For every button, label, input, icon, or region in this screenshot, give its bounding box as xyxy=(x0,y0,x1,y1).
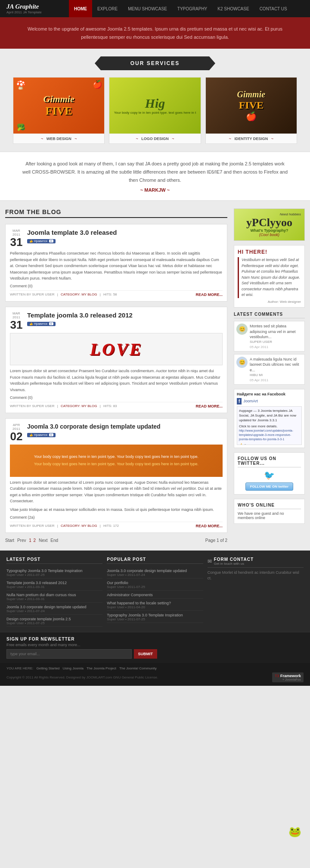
post3-title[interactable]: Joomla 3.0 corporate design template upd… xyxy=(27,423,223,430)
sidebar-typo-book: (Coo! book) xyxy=(238,233,301,237)
hi-there-title: HI THERE! xyxy=(238,249,301,255)
pagination-page1[interactable]: 1 xyxy=(29,538,31,543)
pagination-prev[interactable]: Prev xyxy=(17,538,26,543)
nav-typography[interactable]: TYPOGRAPHY xyxy=(172,0,212,17)
pagination-end[interactable]: End xyxy=(50,538,58,543)
latest-post-item-4[interactable]: Joomla 3.0 corporate design template upd… xyxy=(6,603,102,615)
site-header: JA Graphite April 2011 JA Template HOME … xyxy=(0,0,310,17)
fb-like-3[interactable]: 👍 Нравится 0 xyxy=(27,433,56,437)
sidebar-facebook-widget: Найдите нас на Facebook f JoomArt #uppag… xyxy=(234,389,305,448)
comment2-avatar: 😊 xyxy=(236,357,248,368)
nav-home[interactable]: HOME xyxy=(69,0,92,17)
post1-comment[interactable]: Comment (0) xyxy=(10,284,223,288)
post3-comment[interactable]: Comment (2a) xyxy=(10,515,223,520)
popular-post-item-4[interactable]: What happened to the locale setting? Sup… xyxy=(107,599,203,611)
latest-post-5-meta: Super User • 2011-07-25 xyxy=(6,621,102,625)
latest-post-item-2[interactable]: Template joomla 3.0 released 2012 Super … xyxy=(6,579,102,591)
whos-online-title: WHO'S ONLINE xyxy=(238,503,301,509)
whos-online-text: We have one guest and no members online xyxy=(238,511,301,520)
latest-post-4-meta: Super User • 2011-07-24 xyxy=(6,609,102,613)
latest-post-3-title[interactable]: Nulla Nam pretium dui diam cursus risus xyxy=(6,593,76,597)
post2-read-more[interactable]: READ MORE... xyxy=(195,404,223,408)
latest-post-item-5[interactable]: Design corporate template joomla 2.5 Sup… xyxy=(6,615,102,627)
post1-title[interactable]: Joomla template 3.0 released xyxy=(27,229,223,236)
nav-explore[interactable]: EXPLORE xyxy=(92,0,123,17)
post3-category[interactable]: CATEGORY: MY BLOG xyxy=(61,524,97,528)
logo-text[interactable]: JA Graphite xyxy=(6,3,69,10)
post2-comment[interactable]: Comment (0) xyxy=(10,395,223,400)
pagination-start[interactable]: Start xyxy=(5,538,14,543)
post3-hits: HITS: 172 xyxy=(103,524,119,528)
newsletter-submit-button[interactable]: SUBMIT xyxy=(134,649,158,659)
facebook-page[interactable]: JoomArt xyxy=(243,399,258,403)
fb-like-1[interactable]: 👍 Нравится 0 xyxy=(27,239,56,243)
post1-category[interactable]: CATEGORY: MY BLOG xyxy=(61,292,97,296)
newsletter-input[interactable] xyxy=(6,649,132,659)
post1-written-by: WRITTEN BY SUPER USER xyxy=(10,292,54,296)
footer-links-section: YOU ARE HERE: Getting Started Using Joom… xyxy=(6,666,157,670)
card3-label: IDENTITY DESIGN xyxy=(234,137,268,141)
latest-post-1-meta: Super User • 2011-07-25 xyxy=(6,573,102,577)
popular-post-item-2[interactable]: Our portfolio Super User • 2011-07-25 xyxy=(107,579,203,591)
comment1-author: SUPER USER xyxy=(250,340,302,344)
popular-post-5-meta: Super User • 2011-07-25 xyxy=(107,617,203,621)
sidebar-twitter-widget: FOLLOW US ON TWITTER... 🐦 FOLLOW ME ON t… xyxy=(234,452,305,495)
blog-heading: FROM THE BLOG xyxy=(5,208,227,218)
comment1-date: 05 Apr 2011 xyxy=(250,345,268,349)
popular-post-4-title[interactable]: What happened to the locale setting? xyxy=(107,601,171,605)
post2-title[interactable]: Template joomla 3.0 released 2012 xyxy=(27,311,223,319)
post3-month: APR xyxy=(10,423,23,427)
facebook-content: #uppage — 3 Joomla templates JA Social, … xyxy=(237,406,302,445)
post1-body: Pellentesque pharetra Phasellus consecte… xyxy=(10,250,223,281)
service-card-webdesign[interactable]: Gimmie FIVE 🍄 🍎 🥦 ~ WEB DESIGN ~ xyxy=(13,77,105,144)
footer-link-4[interactable]: The Joomla! Community xyxy=(119,666,157,670)
footer-copyright: Copyright © 2011 All Rights Reserved. De… xyxy=(6,675,158,679)
popular-post-2-title[interactable]: Our portfolio xyxy=(107,581,128,585)
footer-link-3[interactable]: The Joomla Project xyxy=(87,666,116,670)
popular-post-5-title[interactable]: Typography Joomla 3.0 Template Inspirati… xyxy=(107,613,183,617)
you-are-here-label: YOU ARE HERE: xyxy=(6,666,33,670)
comment2-author: HIBU MI xyxy=(250,373,302,377)
pagination-next[interactable]: Next xyxy=(39,538,48,543)
latest-post-item-3[interactable]: Nulla Nam pretium dui diam cursus risus … xyxy=(6,591,102,603)
popular-post-1-title[interactable]: Joomla 3.0 corporate design template upd… xyxy=(107,569,187,573)
logo-sub: April 2011 JA Template xyxy=(6,10,69,14)
popular-post-item-3[interactable]: Administrator Components xyxy=(107,591,203,599)
post2-body: Lorem ipsum dolor sit amet consectetur P… xyxy=(10,368,223,393)
fb-like-2[interactable]: 👍 Нравится 0 xyxy=(27,322,56,326)
latest-post-4-title[interactable]: Joomla 3.0 corporate design template upd… xyxy=(6,605,87,609)
footer-link-1[interactable]: Getting Started xyxy=(36,666,59,670)
blog-post-3: APR 2011 02 Joomla 3.0 corporate design … xyxy=(5,418,227,533)
popular-post-2-meta: Super User • 2011-07-25 xyxy=(107,585,203,589)
popular-post-item-5[interactable]: Typography Joomla 3.0 Template Inspirati… xyxy=(107,611,203,623)
comment2-date: 05 Apr 2011 xyxy=(250,378,268,382)
latest-post-2-title[interactable]: Template joomla 3.0 released 2012 xyxy=(6,581,67,585)
hero-text: Welcome to the upgrade of awesome Joomla… xyxy=(26,25,284,41)
comment-item-1: 😊 Montes sed sit platea adipiscing urna … xyxy=(234,321,305,352)
post2-category[interactable]: CATEGORY: MY BLOG xyxy=(61,404,97,408)
post3-read-more[interactable]: READ MORE... xyxy=(195,524,223,528)
latest-post-1-title[interactable]: Typography Joomla 3.0 Template Inspirati… xyxy=(6,569,82,573)
hero-section: Welcome to the upgrade of awesome Joomla… xyxy=(0,17,310,49)
nav-k2-showcase[interactable]: K2 SHOWCASE xyxy=(212,0,254,17)
post1-read-more[interactable]: READ MORE... xyxy=(195,292,223,297)
footer-link-2[interactable]: Using Joomla xyxy=(63,666,84,670)
nav-menu-showcase[interactable]: MENU SHOWCASE xyxy=(123,0,172,17)
sidebar: Need hobbies yPClyyoo What's Typography?… xyxy=(234,208,305,542)
service-card-identitydesign[interactable]: Gimmie FIVE 🍎 ~ IDENTITY DESIGN ~ xyxy=(205,77,297,144)
latest-post-item-1[interactable]: Typography Joomla 3.0 Template Inspirati… xyxy=(6,566,102,579)
card2-body: Your body copy te in ten point type. tex… xyxy=(114,111,196,115)
service-card-logodesign[interactable]: Hig Your body copy te in ten point type.… xyxy=(109,77,201,144)
comment-item-2: 😊 A malesuada ligula Nunc id laoreet Dui… xyxy=(234,354,305,385)
popular-post-item-1[interactable]: Joomla 3.0 corporate design template upd… xyxy=(107,566,203,579)
services-title: OUR SERVICES xyxy=(95,56,215,71)
popular-post-3-title[interactable]: Administrator Components xyxy=(107,593,153,597)
pagination-page2[interactable]: 2 xyxy=(34,538,36,543)
blog-section: FROM THE BLOG MAR 2011 31 Joomla templat… xyxy=(5,208,227,542)
hi-there-quote: Vestibulum et tempus velit Sed at Pellen… xyxy=(242,257,301,298)
latest-post-5-title[interactable]: Design corporate template joomla 2.5 xyxy=(6,617,71,621)
follow-twitter-button[interactable]: FOLLOW ME ON twitter xyxy=(245,482,293,491)
nav-contact-us[interactable]: CONTACT US xyxy=(254,0,292,17)
site-footer: LATEST POST Typography Joomla 3.0 Templa… xyxy=(0,551,310,663)
sidebar-typography-widget[interactable]: Need hobbies yPClyyoo What's Typography?… xyxy=(234,208,305,241)
